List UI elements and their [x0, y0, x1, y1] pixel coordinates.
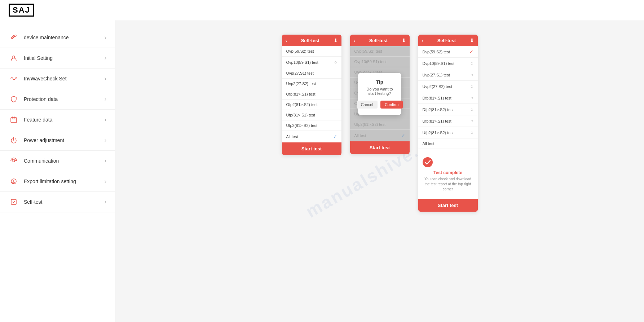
panel-2: ‹ Self-test ⬇ Ovp(59.S2) test Ovp10(59.S…: [350, 35, 410, 154]
panel-header-3: ‹ Self-test ⬇: [418, 35, 478, 46]
cancel-button[interactable]: Cancel: [357, 101, 378, 109]
back-button-1[interactable]: ‹: [286, 38, 287, 43]
row-ufp2[interactable]: Ufp2(81>.S2) test: [282, 120, 341, 131]
row-label: Dvp10(59.S1) test: [423, 61, 455, 66]
row-label: Ofp(81>.S1) test: [286, 92, 316, 96]
row-ufp[interactable]: Ufp(81>.S1) test: [282, 110, 341, 120]
chevron-icon: ›: [105, 158, 106, 164]
chevron-icon: ›: [105, 137, 106, 144]
row-label: Uvp(27.S1) test: [286, 71, 314, 75]
sidebar-label-feature-data: Feature data: [24, 117, 105, 123]
start-test-button-2[interactable]: Start test: [350, 141, 410, 154]
sidebar-item-device-maintenance[interactable]: device maintenance ›: [0, 27, 115, 48]
test-complete-title: Test complete: [422, 170, 474, 175]
dialog-message: Do you want to start testing?: [365, 87, 394, 96]
svg-point-3: [13, 160, 15, 162]
row-label: All test: [423, 141, 435, 146]
download-icon-3[interactable]: ⬇: [470, 38, 474, 43]
row-ovp[interactable]: Ovp(59.S2) test: [282, 46, 341, 57]
row-all-c[interactable]: All test: [418, 138, 478, 149]
sidebar-item-invwavecheck[interactable]: InvWaveCheck Set ›: [0, 69, 115, 89]
sidebar-item-power-adjustment[interactable]: Power adjustment ›: [0, 130, 115, 151]
row-ovp10-c[interactable]: Dvp10(59.S1) test ○: [418, 58, 478, 69]
panel-header-2: ‹ Self-test ⬇: [350, 35, 410, 46]
back-button-3[interactable]: ‹: [422, 38, 424, 43]
row-ovp10[interactable]: Ovp10(59.S1) test ○: [282, 57, 341, 68]
row-ofp-c[interactable]: Dfp(81>.S1) test ○: [418, 92, 478, 104]
export-icon: [9, 176, 19, 186]
self-test-panel-2: ‹ Self-test ⬇ Ovp(59.S2) test Ovp10(59.S…: [350, 35, 410, 154]
dialog-title: Tip: [365, 79, 394, 85]
sidebar-label-invwavecheck: InvWaveCheck Set: [24, 76, 105, 81]
chevron-icon: ›: [105, 116, 106, 123]
start-test-button-3[interactable]: Start test: [418, 199, 478, 212]
test-icon: [9, 197, 19, 207]
row-label: Ufp2(81>.S2) test: [423, 131, 454, 135]
sidebar-item-protection-data[interactable]: Protection data ›: [0, 89, 115, 110]
sidebar-label-communication: Communication: [24, 158, 105, 164]
chevron-icon: ›: [105, 96, 106, 102]
sidebar-item-communication[interactable]: Communication ›: [0, 151, 115, 171]
wave-icon: [9, 74, 19, 84]
person-icon: [9, 53, 19, 63]
chevron-icon: ›: [105, 178, 106, 185]
check-icon: ○: [471, 72, 473, 78]
row-ofp[interactable]: Ofp(81>.S1) test: [282, 89, 341, 100]
row-ovp-c[interactable]: Dvp(59.S2) test ✓: [418, 46, 478, 58]
row-uvp[interactable]: Uvp(27.S1) test: [282, 68, 341, 79]
panel-title-1: Self-test: [301, 38, 319, 43]
chevron-icon: ›: [105, 34, 106, 41]
row-uvp2[interactable]: Uvp2(27.S2) test: [282, 79, 341, 89]
row-label: Ufp(81>.S1) test: [286, 113, 315, 117]
row-all[interactable]: All test ✓: [282, 131, 341, 142]
row-label: Dvp(59.S2) test: [423, 50, 450, 54]
row-label: Dfp2(81>.S2) test: [423, 107, 454, 112]
row-label: Ufp2(81>.S2) test: [286, 123, 318, 128]
row-label: Ufp(81>.S1) test: [423, 119, 451, 123]
row-label: Ovp10(59.S1) test: [286, 60, 318, 65]
row-ofp2[interactable]: Ofp2(81>.S2) test: [282, 100, 341, 110]
sidebar-item-initial-setting[interactable]: Initial Setting ›: [0, 48, 115, 69]
content-area: manualshive.com ‹ Self-test ⬇ Ovp(59.S2)…: [115, 20, 644, 322]
row-uvp-c[interactable]: Uvp(27.S1) test ○: [418, 69, 478, 81]
calendar-icon: [9, 115, 19, 125]
chevron-icon: ›: [105, 199, 106, 205]
sidebar: device maintenance › Initial Setting › I…: [0, 20, 115, 322]
panel-body-2: Ovp(59.S2) test Ovp10(59.S1) test Uvp(27…: [350, 46, 410, 141]
row-ofp2-c[interactable]: Dfp2(81>.S2) test ○: [418, 104, 478, 115]
panel-body-1: Ovp(59.S2) test Ovp10(59.S1) test ○ Uvp(…: [282, 46, 341, 142]
row-label: Uvp(27.S1) test: [423, 73, 450, 77]
shield-icon: [9, 94, 19, 104]
check-icon: ○: [471, 84, 473, 89]
row-label: All test: [286, 134, 298, 139]
dialog-buttons: Cancel Confirm: [365, 101, 394, 109]
check-icon: ○: [334, 59, 337, 65]
download-icon-1[interactable]: ⬇: [334, 38, 338, 43]
svg-point-0: [15, 35, 16, 36]
row-ufp2-c[interactable]: Ufp2(81>.S2) test ○: [418, 127, 478, 138]
sidebar-item-self-test[interactable]: Self-test ›: [0, 192, 115, 212]
check-icon: ○: [471, 130, 473, 135]
panel-header-1: ‹ Self-test ⬇: [282, 35, 341, 46]
sidebar-label-initial-setting: Initial Setting: [24, 55, 105, 61]
panel-title-2: Self-test: [369, 38, 388, 43]
svg-point-1: [13, 56, 15, 58]
check-icon: ○: [471, 61, 473, 66]
confirm-button[interactable]: Confirm: [380, 101, 403, 109]
logo: SAJ: [9, 4, 34, 17]
dialog-overlay: Tip Do you want to start testing? Cancel…: [350, 46, 410, 141]
download-icon-2[interactable]: ⬇: [402, 38, 406, 43]
sidebar-item-feature-data[interactable]: Feature data ›: [0, 110, 115, 130]
chevron-icon: ›: [105, 55, 106, 61]
comm-icon: [9, 156, 19, 166]
test-complete-check-icon: [422, 156, 474, 168]
back-button-2[interactable]: ‹: [354, 38, 356, 43]
sidebar-label-device-maintenance: device maintenance: [24, 35, 105, 40]
svg-point-6: [423, 157, 433, 167]
row-label: Ofp2(81>.S2) test: [286, 102, 318, 107]
sidebar-item-export-limitation[interactable]: Export limitation setting ›: [0, 171, 115, 192]
row-ufp-c[interactable]: Ufp(81>.S1) test ○: [418, 115, 478, 127]
header: SAJ: [0, 0, 644, 20]
row-uvp2-c[interactable]: Uvp2(27.S2) test ○: [418, 81, 478, 92]
start-test-button-1[interactable]: Start test: [282, 142, 341, 155]
